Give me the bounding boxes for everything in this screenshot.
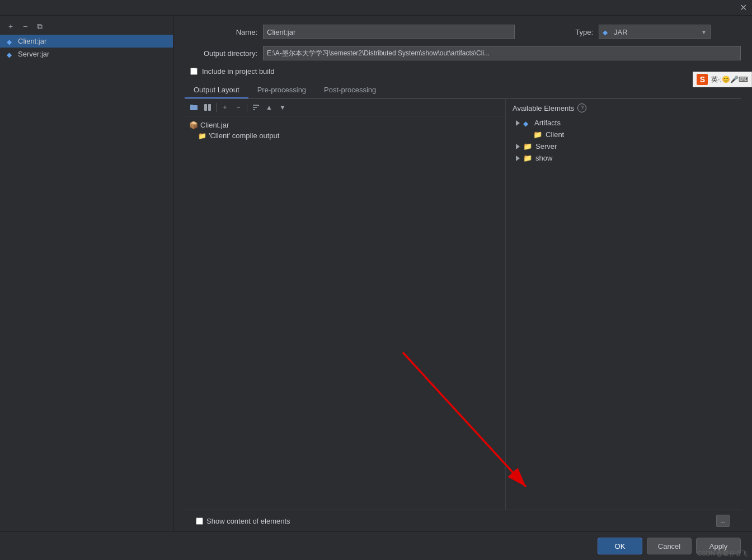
- avail-item-show[interactable]: 📁 show: [513, 152, 734, 164]
- footer: OK Cancel Apply: [0, 531, 752, 560]
- chevron-down-icon: ▼: [701, 29, 707, 35]
- tree-item-client-jar[interactable]: 📦 Client.jar: [185, 120, 505, 130]
- layout-btn-sort[interactable]: [250, 101, 262, 114]
- help-icon[interactable]: ?: [577, 103, 586, 112]
- type-value: JAR: [614, 28, 698, 36]
- avail-item-server[interactable]: 📁 Server: [513, 140, 734, 152]
- include-build-row: Include in project build: [185, 67, 741, 76]
- folder-icon-show: 📁: [523, 154, 532, 162]
- output-dir-label: Output directory:: [185, 49, 257, 58]
- type-label: Type:: [520, 28, 593, 36]
- layout-btn-remove[interactable]: −: [232, 101, 245, 114]
- layout-btn-up[interactable]: ▲: [263, 101, 275, 114]
- ime-logo: S: [697, 74, 708, 85]
- folder-icon-client: 📁: [533, 130, 542, 139]
- separator-2: [247, 103, 247, 112]
- available-elements-panel: Available Elements ? Artifacts: [506, 99, 741, 510]
- copy-artifact-button[interactable]: ⧉: [34, 20, 46, 32]
- bottom-area: Show content of elements ...: [185, 510, 741, 531]
- name-label: Name:: [185, 28, 257, 36]
- tree-label-client-jar: Client.jar: [200, 121, 229, 129]
- sidebar: + − ⧉ Client:jar Server:jar: [0, 16, 173, 531]
- title-bar: ✕: [0, 0, 752, 16]
- artifacts-diamond-icon: [523, 119, 531, 127]
- tab-output-layout[interactable]: Output Layout: [185, 82, 248, 98]
- show-content-label: Show content of elements: [206, 517, 290, 525]
- svg-rect-3: [208, 104, 211, 111]
- ime-text: 英·;😊🎤⌨: [711, 75, 748, 84]
- tree-item-compile-output[interactable]: 📁 'Client' compile output: [185, 130, 505, 141]
- layout-btn-columns[interactable]: [201, 101, 214, 114]
- show-content-row: Show content of elements: [196, 517, 712, 525]
- name-row: Name: Type: JAR ▼: [185, 25, 741, 39]
- csdn-watermark: CSDN @暖仔会飞: [698, 549, 748, 558]
- layout-left: + − ▲ ▼: [185, 99, 506, 510]
- name-input[interactable]: [263, 25, 515, 39]
- diamond-icon-server: [7, 50, 15, 58]
- avail-label-server: Server: [535, 142, 557, 150]
- sidebar-item-client-jar[interactable]: Client:jar: [0, 35, 173, 48]
- content-area: Name: Type: JAR ▼ Output directory: Incl…: [173, 16, 752, 531]
- separator-1: [216, 103, 217, 112]
- project-structure-dialog: ✕ + − ⧉ Client:jar Server:jar Name:: [0, 0, 752, 560]
- avail-label-show: show: [535, 154, 552, 162]
- ellipsis-button[interactable]: ...: [716, 515, 730, 527]
- avail-item-artifacts[interactable]: Artifacts: [513, 117, 734, 129]
- avail-item-client[interactable]: 📁 Client: [513, 129, 734, 140]
- show-content-checkbox[interactable]: [196, 517, 203, 525]
- remove-artifact-button[interactable]: −: [19, 20, 31, 32]
- layout-area: + − ▲ ▼: [185, 99, 741, 510]
- folder-icon-server: 📁: [523, 142, 532, 150]
- available-elements-header: Available Elements ?: [513, 103, 734, 112]
- ok-button[interactable]: OK: [598, 538, 642, 554]
- sidebar-toolbar: + − ⧉: [0, 18, 173, 35]
- expand-show-icon[interactable]: [516, 156, 520, 161]
- svg-rect-1: [190, 105, 193, 106]
- type-diamond-icon: [603, 28, 610, 36]
- tab-pre-processing[interactable]: Pre-processing: [248, 82, 315, 98]
- expand-artifacts-icon[interactable]: [516, 120, 520, 126]
- close-button[interactable]: ✕: [739, 3, 748, 12]
- expand-server-icon[interactable]: [516, 144, 520, 149]
- avail-label-artifacts: Artifacts: [534, 119, 561, 127]
- include-build-checkbox[interactable]: [190, 68, 198, 75]
- tree-label-compile-output: 'Client' compile output: [209, 131, 279, 140]
- ime-toolbar: S 英·;😊🎤⌨: [693, 72, 752, 87]
- svg-rect-2: [204, 104, 207, 111]
- sidebar-item-label-server: Server:jar: [18, 50, 49, 58]
- layout-btn-down[interactable]: ▼: [276, 101, 289, 114]
- diamond-icon: [7, 37, 15, 45]
- type-selector[interactable]: JAR ▼: [599, 25, 711, 39]
- tab-post-processing[interactable]: Post-processing: [315, 82, 385, 98]
- tabs-bar: Output Layout Pre-processing Post-proces…: [185, 82, 741, 99]
- jar-icon: 📦: [189, 121, 198, 129]
- layout-btn-folder[interactable]: [188, 101, 200, 114]
- dialog-body: + − ⧉ Client:jar Server:jar Name: Type:: [0, 16, 752, 531]
- available-elements-label: Available Elements: [513, 104, 574, 112]
- folder-icon: 📁: [198, 132, 206, 140]
- cancel-button[interactable]: Cancel: [647, 538, 692, 554]
- available-elements-tree: Artifacts 📁 Client 📁 Server: [513, 117, 734, 505]
- layout-tree: 📦 Client.jar 📁 'Client' compile output: [185, 116, 505, 510]
- layout-toolbar: + − ▲ ▼: [185, 99, 505, 116]
- layout-btn-add[interactable]: +: [219, 101, 231, 114]
- output-dir-row: Output directory:: [185, 46, 741, 60]
- avail-label-client: Client: [546, 130, 564, 139]
- include-build-label: Include in project build: [202, 67, 274, 76]
- add-artifact-button[interactable]: +: [4, 20, 17, 32]
- output-dir-input[interactable]: [263, 46, 741, 60]
- sidebar-item-label-client: Client:jar: [18, 37, 46, 45]
- sidebar-item-server-jar[interactable]: Server:jar: [0, 48, 173, 60]
